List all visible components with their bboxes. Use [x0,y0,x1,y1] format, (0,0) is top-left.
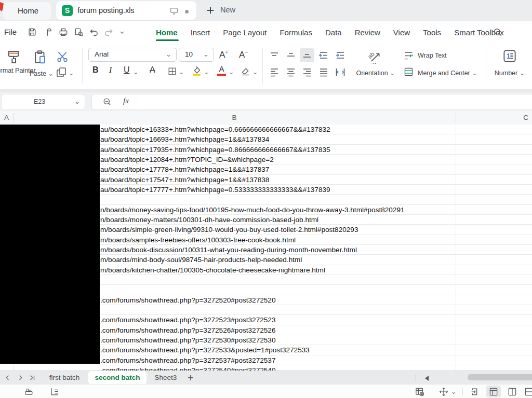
cell[interactable]: au/board/topic+17935+.htm?whichpage=0.86… [100,145,330,155]
last-sheet-icon[interactable] [28,374,36,381]
redo-icon[interactable] [103,27,113,37]
cell[interactable]: au/board/topic+17778+.htm?whichpage=1&&#… [100,164,269,174]
move-tool-icon[interactable] [438,387,449,397]
fill-color-dropdown-chevron[interactable]: ⌄ [204,68,209,76]
underline-dropdown-chevron[interactable]: ⌄ [133,68,138,76]
outline-panel-icon[interactable] [50,387,60,396]
menu-tab-view[interactable]: View [393,28,410,37]
monitor-icon[interactable] [169,7,179,16]
distributed-icon[interactable] [335,67,345,77]
cell[interactable]: .com/forums/showthread.php?p=3272537#pos… [100,355,275,365]
align-middle-icon[interactable] [286,50,296,61]
clear-format-icon[interactable] [240,66,251,77]
sheet-tab-sheet3[interactable]: Sheet3 [151,371,181,385]
home-window-tab[interactable]: Home [3,2,51,20]
merge-center-icon[interactable] [403,66,414,77]
scroll-left-icon[interactable] [425,376,429,381]
menu-tab-formulas[interactable]: Formulas [280,28,312,37]
side-panel-icon[interactable] [471,387,481,397]
cell[interactable]: au/board/topic+12084+.htm?TOPIC_ID=&whic… [100,155,274,164]
pivot-settings-icon[interactable] [415,387,425,397]
italic-button[interactable]: I [109,65,112,75]
paste-icon[interactable] [32,49,48,65]
align-left-icon[interactable] [269,67,280,77]
macro-icon[interactable] [24,387,34,396]
align-top-icon[interactable] [269,50,280,61]
orientation-button[interactable]: Orientation ⌄ [346,68,405,77]
font-size-select[interactable]: 10 ⌄ [179,48,214,62]
align-right-icon[interactable] [302,67,312,77]
menu-tab-home[interactable]: Home [156,28,178,37]
zoom-formula-icon[interactable] [102,97,112,107]
name-box[interactable]: E23 ⌄ [1,94,85,110]
cell[interactable]: m/boards/samples-freebies-offers/100303-… [100,235,296,245]
undo-icon[interactable] [89,27,100,37]
column-header-a[interactable]: A [0,111,13,125]
column-header-b[interactable]: B [13,111,456,125]
split-horizontal-icon[interactable] [524,387,532,397]
copy-dropdown-chevron[interactable]: ⌄ [69,69,74,77]
cell[interactable]: m/boards/simple-green-living/99310-would… [100,225,358,235]
clear-format-dropdown-chevron[interactable]: ⌄ [252,68,258,76]
cell[interactable]: m/boards/kitchen-chatter/100305-chocolat… [100,265,325,275]
move-tool-dropdown-chevron[interactable]: ⌄ [451,388,456,395]
merge-center-button[interactable]: Merge and Center ⌄ [418,68,477,77]
justify-icon[interactable] [318,67,329,77]
underline-button[interactable]: U [124,65,130,75]
cell[interactable]: n/boards/money-matters/100301-dh-have-co… [100,215,318,225]
paste-button[interactable]: Paste ⌄ [27,68,56,78]
orientation-icon[interactable]: ab [367,49,384,65]
borders-icon[interactable] [167,66,177,76]
menu-tab-insert[interactable]: Insert [191,28,210,37]
column-header-c[interactable]: C [456,111,532,125]
cell[interactable]: au/board/topic+17777+.htm?whichpage=0.53… [100,185,330,195]
next-sheet-icon[interactable] [17,374,24,381]
cell[interactable]: .com/forums/showthread.php?p=3272533&pos… [100,345,310,355]
format-painter-icon[interactable] [5,49,22,65]
normal-view-icon[interactable] [488,387,499,397]
save-icon[interactable] [27,27,37,37]
cell[interactable]: m/boards/book-discussion/100311-what-you… [100,245,357,255]
cell[interactable]: au/board/topic+16333+.htm?whichpage=0.66… [100,125,330,134]
wrap-text-button[interactable]: Wrap Text [418,52,447,59]
number-format-button[interactable]: Number ⌄ [487,68,532,77]
align-center-icon[interactable] [286,67,296,77]
sheet-tab-first-batch[interactable]: first batch [44,371,85,385]
wrap-text-icon[interactable] [403,50,414,61]
cell[interactable]: .com/forums/showthread.php?p=3272526#pos… [100,325,275,335]
increase-indent-icon[interactable] [335,50,345,61]
borders-dropdown-chevron[interactable]: ⌄ [179,68,184,76]
cut-icon[interactable] [56,50,69,63]
cell[interactable]: m/boards/mind-body-soul/98745-hair-produ… [100,255,302,265]
horizontal-scrollbar[interactable] [468,374,532,380]
cell[interactable]: .com/forums/showthread.php?p=3272520#pos… [100,295,275,305]
menu-file[interactable]: File [4,28,17,36]
decrease-indent-icon[interactable] [318,50,329,61]
menu-tab-data[interactable]: Data [325,28,342,37]
new-tab-button[interactable]: New [220,6,235,14]
menu-tab-tools[interactable]: Tools [423,28,441,37]
menu-tab-page-layout[interactable]: Page Layout [223,28,267,37]
cell[interactable]: au/board/topic+16693+.htm?whichpage=1&&#… [100,134,269,144]
fill-color-icon[interactable] [191,65,203,77]
menu-tab-review[interactable]: Review [355,28,380,37]
export-icon[interactable] [44,27,54,37]
prev-sheet-icon[interactable] [4,374,11,381]
split-vertical-icon[interactable] [507,387,517,397]
strikethrough-button[interactable]: A [150,65,155,75]
font-color-dropdown-chevron[interactable]: ⌄ [229,68,234,76]
cell[interactable]: au/board/topic+17547+.htm?whichpage=1&&#… [100,175,269,185]
print-icon[interactable] [58,27,69,37]
cell[interactable]: .com/forums/showthread.php?p=3272523#pos… [100,315,275,325]
font-name-select[interactable]: Arial ⌄ [88,48,177,62]
print-preview-icon[interactable] [74,27,84,37]
cell[interactable]: .com/forums/showthread.php?p=3272530#pos… [100,335,275,345]
bold-button[interactable]: B [92,65,99,75]
font-color-icon[interactable]: A [217,64,226,74]
sheet-tab-second-batch[interactable]: second batch [88,371,147,385]
document-tab[interactable]: S forum posting.xls [56,1,196,20]
cell[interactable]: n/boards/money-saving-tips-food/100195-h… [100,205,405,215]
chevron-down-icon[interactable] [118,30,126,36]
decrease-font-icon[interactable]: A− [239,49,248,60]
number-format-icon[interactable]: 1 [502,48,517,64]
